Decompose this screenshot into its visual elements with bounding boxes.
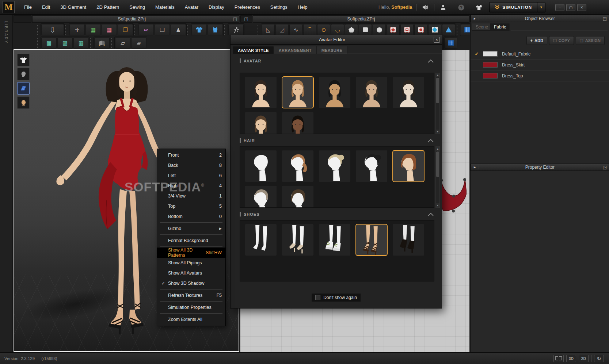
avatar-editor-titlebar[interactable]: Avatar Editor ✕ [231, 35, 442, 45]
menu-item-settings[interactable]: Settings [265, 0, 293, 15]
edit-round-button[interactable]: ◡ [331, 24, 344, 35]
collapse-chevron-icon[interactable] [428, 211, 434, 218]
menu-item-2d-pattern[interactable]: 2D Pattern [91, 0, 124, 15]
avatar-editor-tab-avatar-style[interactable]: AVATAR STYLE [233, 46, 274, 54]
menu-item-3d-garment[interactable]: 3D Garment [55, 0, 91, 15]
show-vest-button[interactable] [208, 24, 223, 35]
circle-tool-button[interactable] [373, 24, 386, 35]
sound-button[interactable] [420, 3, 431, 12]
tab-scene[interactable]: Scene [472, 23, 492, 31]
edit-curvature-button[interactable]: ∿ [289, 24, 302, 35]
skirt-pattern-piece[interactable] [439, 178, 467, 213]
select-mesh-button[interactable]: ▦ [85, 24, 101, 35]
add-garment-button[interactable] [473, 3, 484, 12]
expand-panel-icon[interactable]: ◳ [601, 165, 609, 170]
move-plane-button[interactable]: ▰ [131, 37, 146, 49]
avatar-option-male-caucasian[interactable] [355, 76, 388, 108]
menu-item-preferences[interactable]: Preferences [229, 0, 265, 15]
context-item-show-3d-shadow[interactable]: ✓Show 3D Shadow [157, 278, 225, 288]
hair-option-hair-short-ash[interactable] [245, 185, 277, 208]
scroll-thumb[interactable] [436, 78, 439, 103]
menu-item-display[interactable]: Display [203, 0, 229, 15]
dart-tool-button[interactable] [387, 24, 400, 35]
shoes-option-strappy-sandals-brown[interactable] [355, 224, 388, 256]
avatar-option-male-asian[interactable] [319, 76, 351, 108]
trace-tool-button[interactable] [442, 24, 455, 35]
simulation-button[interactable]: SIMULATION ▼ [489, 2, 545, 12]
assign-fabric-button[interactable]: ❑ASSIGN [576, 36, 605, 45]
view-2d-button[interactable]: 2D [579, 355, 589, 362]
scroll-thumb[interactable] [436, 152, 439, 177]
select-lasso-button[interactable]: ▦ [102, 24, 117, 35]
hair-option-hair-bob-auburn[interactable] [392, 150, 425, 182]
account-button[interactable] [438, 3, 449, 12]
context-item-zoom-extents-all[interactable]: Zoom Extents All [157, 314, 225, 325]
rect-dart-tool-button[interactable] [400, 24, 414, 35]
pane-2d-expand[interactable]: ◳ [240, 15, 252, 23]
simulation-dropdown[interactable]: ▼ [537, 3, 545, 12]
select-plane-button[interactable]: ▱ [115, 37, 130, 49]
split-view-button[interactable] [553, 355, 564, 362]
scroll-up-icon[interactable]: ▲ [436, 147, 439, 151]
scroll-down-icon[interactable]: ▼ [436, 130, 439, 134]
expand-panel-icon[interactable]: ◳ [601, 16, 609, 21]
hair-option-hair-bowl-brown[interactable] [282, 185, 314, 208]
maximize-button[interactable]: ▢ [566, 4, 575, 11]
circle-dart-tool-button[interactable] [414, 24, 427, 35]
dock-arrow-icon[interactable]: ► [471, 17, 479, 20]
scrollbar-hair[interactable]: ▲▼ [435, 146, 440, 208]
dont-show-again-checkbox[interactable] [315, 295, 320, 300]
property-editor-header[interactable]: ► Property Editor ◳ [471, 164, 609, 171]
context-item-left[interactable]: Left6 [157, 170, 225, 181]
rectangle-tool-button[interactable] [359, 24, 372, 35]
menu-item-edit[interactable]: Edit [37, 0, 55, 15]
shoes-option-heeled-booties-black[interactable] [392, 224, 425, 256]
library-strip[interactable]: LIBRARY [0, 15, 13, 352]
avatar-motion-button[interactable] [228, 24, 244, 35]
avatar-editor-tab-measure[interactable]: MEASURE [317, 46, 347, 54]
expand-pane-icon[interactable]: ◳ [231, 16, 239, 22]
expand-pane-icon[interactable]: ◳ [242, 16, 250, 22]
menu-item-materials[interactable]: Materials [150, 0, 180, 15]
simulate-button[interactable]: ⇩ [41, 24, 64, 35]
pin-button[interactable]: ✑ [138, 24, 154, 35]
copy-fabric-button[interactable]: ❐COPY [549, 36, 574, 45]
fold-arrangement-button[interactable]: ❐ [118, 24, 133, 35]
add-point-button[interactable]: ⊙ [317, 24, 330, 35]
avatar-option-child[interactable] [392, 76, 425, 108]
transform-pattern-button[interactable]: ◺ [262, 24, 275, 35]
hair-option-hair-none[interactable] [245, 150, 277, 182]
avatar-option-male-african[interactable] [282, 112, 314, 134]
hair-option-hair-bun-blonde[interactable] [319, 150, 351, 182]
pattern-visibility-toggle[interactable] [17, 82, 30, 95]
tab-fabric[interactable]: Fabric [490, 23, 510, 31]
context-item-show-all-3d-patterns[interactable]: Show All 3D PatternsShift+W [157, 248, 225, 258]
context-item-show-all-pipings[interactable]: Show All Pipings [157, 258, 225, 268]
object-browser-header[interactable]: ► Object Browser ◳ [471, 15, 609, 22]
add-fabric-button[interactable]: +ADD [526, 36, 547, 45]
shoes-option-barefoot[interactable] [245, 224, 277, 256]
context-item-bottom[interactable]: Bottom0 [157, 211, 225, 222]
skin-visibility-toggle[interactable] [17, 96, 30, 109]
context-item-format-background[interactable]: Format Background [157, 235, 225, 246]
hair-option-hair-ponytail-brown[interactable] [282, 150, 314, 182]
pane-2d-titlebar[interactable]: Softpedia.ZPrj [253, 15, 469, 23]
context-item-front[interactable]: Front2 [157, 150, 225, 160]
help-button[interactable]: ? [456, 3, 467, 12]
pane-3d-titlebar[interactable]: Softpedia.ZPrj ◳ [32, 15, 239, 23]
avatar-option-female-brown-hair[interactable] [282, 76, 314, 108]
minimize-button[interactable]: – [555, 4, 564, 11]
pattern-texture-button[interactable]: ▦ [73, 37, 89, 49]
context-item-show-all-avatars[interactable]: Show All Avatars [157, 268, 225, 278]
scroll-down-icon[interactable]: ▼ [436, 203, 439, 207]
menu-item-file[interactable]: File [19, 0, 37, 15]
select-texture-button[interactable]: ▩ [41, 37, 57, 49]
close-button[interactable]: ✕ [577, 4, 586, 11]
context-item-gizmo[interactable]: Gizmo▶ [157, 223, 225, 234]
polygon-tool-button[interactable] [345, 24, 358, 35]
collapse-chevron-icon[interactable] [428, 137, 434, 144]
context-item-refresh-textures[interactable]: Refresh TexturesF5 [157, 290, 225, 300]
avatar-option-female-dark-hair[interactable] [245, 76, 277, 108]
fold-open-button[interactable] [94, 37, 110, 49]
show-garment-button[interactable] [191, 24, 207, 35]
